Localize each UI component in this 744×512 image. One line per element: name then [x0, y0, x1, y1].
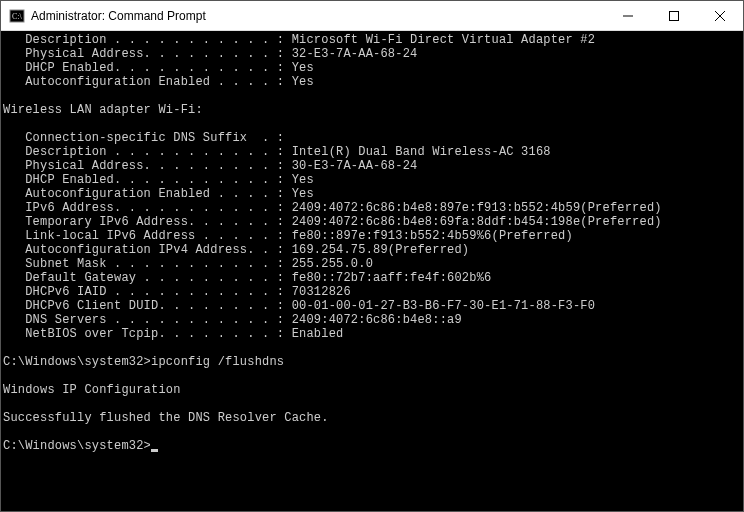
output-line: DHCPv6 IAID . . . . . . . . . . . : 7031… [3, 285, 739, 299]
output-line: DHCPv6 Client DUID. . . . . . . . : 00-0… [3, 299, 739, 313]
output-line: Windows IP Configuration [3, 383, 739, 397]
close-button[interactable] [697, 1, 743, 30]
output-line: Autoconfiguration Enabled . . . . : Yes [3, 187, 739, 201]
window-controls [605, 1, 743, 30]
output-line [3, 89, 739, 103]
cursor [151, 449, 158, 452]
output-line: Autoconfiguration IPv4 Address. . : 169.… [3, 243, 739, 257]
output-line: Wireless LAN adapter Wi-Fi: [3, 103, 739, 117]
maximize-button[interactable] [651, 1, 697, 30]
output-line: Physical Address. . . . . . . . . : 30-E… [3, 159, 739, 173]
cmd-icon: C:\ [9, 8, 25, 24]
output-line: C:\Windows\system32>ipconfig /flushdns [3, 355, 739, 369]
output-line: Temporary IPv6 Address. . . . . . : 2409… [3, 215, 739, 229]
window-title: Administrator: Command Prompt [31, 9, 605, 23]
output-line [3, 425, 739, 439]
output-line: Default Gateway . . . . . . . . . : fe80… [3, 271, 739, 285]
output-line: Successfully flushed the DNS Resolver Ca… [3, 411, 739, 425]
output-line [3, 397, 739, 411]
output-line: DHCP Enabled. . . . . . . . . . . : Yes [3, 173, 739, 187]
output-line: NetBIOS over Tcpip. . . . . . . . : Enab… [3, 327, 739, 341]
output-line: Autoconfiguration Enabled . . . . : Yes [3, 75, 739, 89]
titlebar[interactable]: C:\ Administrator: Command Prompt [1, 1, 743, 31]
prompt-line: C:\Windows\system32> [3, 439, 151, 453]
terminal-output[interactable]: Description . . . . . . . . . . . : Micr… [1, 31, 743, 511]
output-line: Description . . . . . . . . . . . : Micr… [3, 33, 739, 47]
output-line: DNS Servers . . . . . . . . . . . : 2409… [3, 313, 739, 327]
output-line: IPv6 Address. . . . . . . . . . . : 2409… [3, 201, 739, 215]
svg-rect-3 [670, 11, 679, 20]
output-line: Physical Address. . . . . . . . . : 32-E… [3, 47, 739, 61]
output-line [3, 369, 739, 383]
output-line [3, 117, 739, 131]
output-line: Description . . . . . . . . . . . : Inte… [3, 145, 739, 159]
minimize-button[interactable] [605, 1, 651, 30]
output-line [3, 341, 739, 355]
output-line: Link-local IPv6 Address . . . . . : fe80… [3, 229, 739, 243]
output-line: Connection-specific DNS Suffix . : [3, 131, 739, 145]
svg-text:C:\: C:\ [12, 12, 23, 21]
output-line: DHCP Enabled. . . . . . . . . . . : Yes [3, 61, 739, 75]
output-line: Subnet Mask . . . . . . . . . . . : 255.… [3, 257, 739, 271]
